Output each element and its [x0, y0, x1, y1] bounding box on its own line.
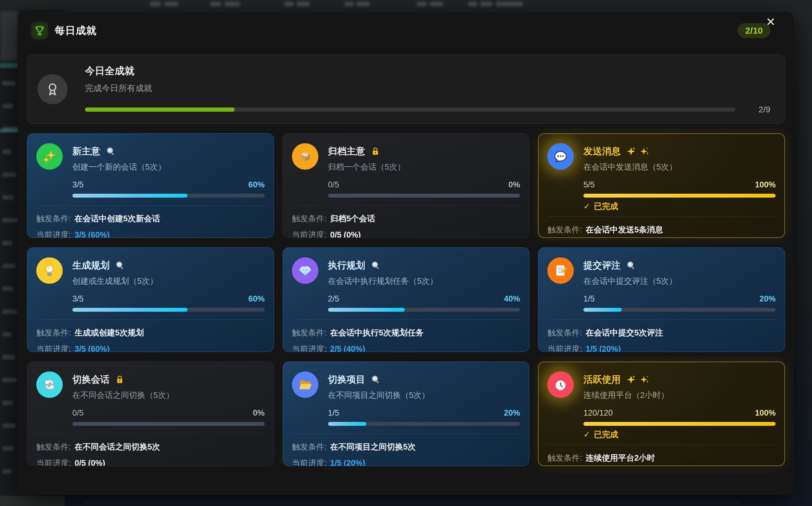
check-icon: ✓	[583, 430, 590, 439]
progress-row: 当前进度:0/5 (0%)	[36, 458, 265, 466]
check-icon: ✓	[583, 201, 590, 211]
background-blur-item	[86, 501, 740, 504]
background-blur-item	[2, 195, 14, 200]
daily-achievements-modal: ✕ 每日成就 2/10 今日全成就 完成今日所有成就 2	[18, 12, 794, 495]
background-blur-item	[296, 2, 310, 6]
card-title-row: 执行规划	[328, 259, 520, 272]
card-details: 触发条件:在会话中发送5条消息解锁时间:1/13/2026, 3:08:45 P…	[547, 217, 776, 238]
background-blur-item	[2, 172, 16, 177]
bulb-icon	[36, 257, 63, 284]
trigger-value: 在会话中创建5次新会话	[75, 213, 160, 224]
trigger-row: 触发条件:在会话中发送5条消息	[547, 224, 776, 235]
card-details: 触发条件:在会话中提交5次评注当前进度:1/5 (20%)	[547, 320, 776, 352]
magnifier-icon	[115, 260, 125, 270]
progress-percent: 60%	[248, 180, 265, 189]
trigger-label: 触发条件:	[292, 327, 327, 338]
card-details: 触发条件:生成或创建5次规划当前进度:3/5 (60%)	[36, 320, 265, 352]
progress-fill	[328, 422, 367, 426]
memo-icon	[547, 257, 574, 284]
magnifier-icon	[371, 260, 381, 270]
progress-row: 当前进度:3/5 (60%)	[36, 344, 265, 352]
progress-label: 当前进度:	[547, 344, 582, 352]
progress-percent: 20%	[504, 408, 520, 418]
progress-row: 当前进度:3/5 (60%)	[36, 230, 265, 238]
background-blur-item	[224, 2, 240, 6]
card-subtitle: 在不同会话之间切换（5次）	[72, 390, 265, 401]
trigger-label: 触发条件:	[547, 452, 582, 463]
folder-icon	[292, 371, 318, 398]
progress-fill	[72, 194, 188, 197]
progress-bar	[328, 308, 520, 312]
background-top-bar	[0, 0, 812, 9]
progress-fill	[583, 194, 776, 197]
trigger-row: 触发条件:在不同会话之间切换5次	[36, 441, 265, 452]
background-blur-item	[430, 2, 443, 6]
trigger-label: 触发条件:	[36, 213, 71, 224]
progress-bar	[328, 194, 520, 197]
background-bottom-strip	[65, 495, 812, 506]
card-main: 提交评注在会话中提交评注（5次）1/520%	[583, 257, 776, 312]
lock-icon	[115, 375, 124, 385]
card-title: 生成规划	[72, 259, 110, 272]
progress-value: 3/5 (60%)	[75, 230, 110, 238]
magnifier-icon	[371, 374, 381, 385]
sparkles-icon	[36, 143, 63, 170]
progress-label: 当前进度:	[36, 458, 71, 466]
trigger-label: 触发条件:	[292, 441, 327, 452]
progress-value: 3/5 (60%)	[75, 344, 110, 352]
trigger-value: 连续使用平台2小时	[586, 452, 655, 463]
completed-label: 已完成	[594, 201, 618, 212]
background-blur-item	[480, 2, 492, 6]
background-blur-item	[2, 378, 17, 382]
trigger-label: 触发条件:	[36, 327, 71, 338]
progress-label: 当前进度:	[292, 458, 327, 466]
card-title-row: 生成规划	[72, 259, 265, 272]
achievement-card-switch-project: 切换项目在不同项目之间切换（5次）1/520%触发条件:在不同项目之间切换5次当…	[283, 361, 530, 466]
progress-count: 0/5	[72, 408, 84, 418]
lock-icon	[371, 147, 380, 156]
progress-percent: 100%	[755, 408, 776, 418]
modal-header: 每日成就 2/10	[18, 12, 794, 39]
trigger-label: 触发条件:	[36, 441, 71, 452]
progress-count: 1/5	[583, 294, 595, 304]
summary-title: 今日全成就	[85, 64, 770, 78]
progress-percent: 40%	[504, 294, 520, 304]
sparkle-a-icon	[626, 146, 636, 157]
summary-progress-label: 2/9	[748, 105, 770, 114]
trigger-value: 归档5个会话	[330, 213, 375, 224]
progress-value: 0/5 (0%)	[330, 230, 361, 238]
progress-labels: 120/120100%	[583, 408, 776, 418]
background-blur-item	[2, 241, 12, 245]
background-blur-item	[2, 446, 14, 451]
trigger-label: 触发条件:	[547, 327, 582, 338]
background-blur-item	[2, 469, 11, 474]
card-top: 切换项目在不同项目之间切换（5次）1/520%	[292, 371, 520, 426]
progress-fill	[328, 308, 405, 312]
background-blur-item	[165, 2, 178, 6]
achievement-card-archive-idea: 归档主意归档一个会话（5次）0/50%触发条件:归档5个会话当前进度:0/5 (…	[283, 133, 530, 238]
card-subtitle: 在会话中发送消息（5次）	[583, 162, 776, 172]
card-main: 新主意创建一个新的会话（5次）3/560%	[72, 143, 265, 197]
trigger-row: 触发条件:在会话中创建5次新会话	[36, 213, 265, 224]
achievement-card-switch-session: 切换会话在不同会话之间切换（5次）0/50%触发条件:在不同会话之间切换5次当前…	[27, 361, 274, 466]
progress-row: 当前进度:1/5 (20%)	[547, 344, 776, 352]
background-blur-item	[416, 2, 427, 6]
card-main: 归档主意归档一个会话（5次）0/50%	[328, 143, 520, 197]
card-main: 发送消息在会话中发送消息（5次）5/5100%✓已完成	[583, 143, 776, 212]
trigger-label: 触发条件:	[547, 224, 582, 235]
progress-percent: 0%	[253, 408, 265, 418]
card-title: 新主意	[72, 145, 100, 158]
background-blur-item	[2, 423, 16, 428]
progress-percent: 60%	[248, 294, 265, 304]
progress-count: 3/5	[72, 294, 84, 304]
card-subtitle: 在不同项目之间切换（5次）	[328, 390, 520, 401]
progress-label: 当前进度:	[36, 230, 71, 238]
progress-count: 5/5	[583, 180, 595, 189]
close-button[interactable]: ✕	[766, 16, 776, 28]
card-title: 归档主意	[328, 145, 365, 158]
card-top: 生成规划创建或生成规划（5次）3/560%	[36, 257, 265, 312]
progress-label: 当前进度:	[292, 230, 327, 238]
progress-labels: 0/50%	[72, 408, 265, 418]
trigger-row: 触发条件:在会话中执行5次规划任务	[292, 327, 520, 338]
progress-labels: 5/5100%	[583, 180, 776, 189]
